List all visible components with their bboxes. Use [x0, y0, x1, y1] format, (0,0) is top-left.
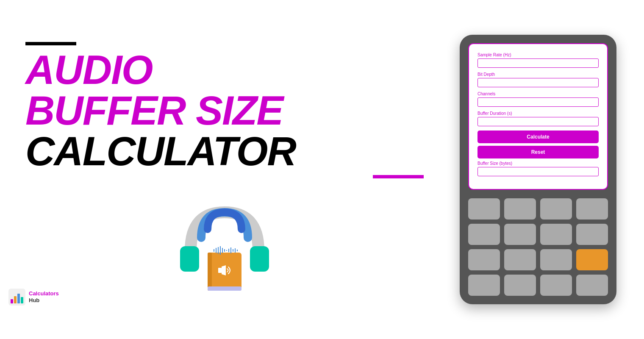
field-group-channels: Channels — [477, 92, 599, 107]
logo-icon — [8, 289, 25, 306]
logo: Calculators Hub — [8, 289, 59, 306]
fields-container: Sample Rate (Hz)Bit DepthChannelsBuffer … — [477, 53, 599, 126]
key-14[interactable] — [540, 275, 572, 296]
input-channels[interactable] — [477, 97, 599, 107]
key-6[interactable] — [540, 224, 572, 245]
svg-rect-24 — [21, 297, 23, 303]
svg-rect-22 — [14, 296, 17, 303]
title-line2: BUFFER SIZE — [25, 90, 424, 131]
illustration-area — [25, 191, 424, 297]
svg-rect-4 — [208, 286, 242, 291]
input-sample-rate[interactable] — [477, 58, 599, 68]
label-buffer-duration: Buffer Duration (s) — [477, 111, 599, 116]
calculator: Sample Rate (Hz)Bit DepthChannelsBuffer … — [460, 35, 616, 304]
right-section: Sample Rate (Hz)Bit DepthChannelsBuffer … — [449, 26, 627, 313]
svg-marker-6 — [222, 265, 226, 275]
svg-rect-3 — [208, 253, 212, 291]
top-bar-decoration — [25, 42, 76, 45]
key-12[interactable] — [468, 275, 500, 296]
svg-rect-5 — [218, 268, 222, 273]
key-10[interactable] — [540, 249, 572, 270]
key-9[interactable] — [504, 249, 536, 270]
svg-rect-23 — [17, 294, 20, 303]
svg-rect-1 — [250, 246, 269, 272]
label-channels: Channels — [477, 92, 599, 96]
output-field-group: Buffer Size (bytes) — [477, 161, 599, 176]
key-0[interactable] — [468, 198, 500, 220]
key-2[interactable] — [540, 198, 572, 220]
title-line1: AUDIO — [25, 50, 424, 90]
input-buffer-duration[interactable] — [477, 117, 599, 126]
buffer-size-output[interactable] — [477, 167, 599, 176]
key-15[interactable] — [576, 275, 608, 296]
title-line3: CALCULATOR — [25, 131, 424, 178]
key-1[interactable] — [504, 198, 536, 220]
label-sample-rate: Sample Rate (Hz) — [477, 53, 599, 57]
field-group-bit-depth: Bit Depth — [477, 72, 599, 87]
illustration-svg — [161, 191, 288, 297]
label-bit-depth: Bit Depth — [477, 72, 599, 77]
left-section: AUDIO BUFFER SIZE CALCULATOR — [0, 25, 449, 314]
input-bit-depth[interactable] — [477, 78, 599, 87]
key-8[interactable] — [468, 249, 500, 270]
key-4[interactable] — [468, 224, 500, 245]
logo-name: Calculators — [29, 290, 59, 297]
key-11[interactable] — [576, 249, 608, 270]
calculate-button[interactable]: Calculate — [477, 131, 599, 143]
calculator-screen: Sample Rate (Hz)Bit DepthChannelsBuffer … — [468, 43, 608, 190]
field-group-sample-rate: Sample Rate (Hz) — [477, 53, 599, 68]
logo-text: Calculators Hub — [29, 290, 59, 303]
reset-button[interactable]: Reset — [477, 146, 599, 158]
logo-name2: Hub — [29, 297, 59, 304]
key-5[interactable] — [504, 224, 536, 245]
svg-rect-21 — [11, 299, 13, 303]
output-label: Buffer Size (bytes) — [477, 161, 599, 166]
key-13[interactable] — [504, 275, 536, 296]
key-3[interactable] — [576, 198, 608, 220]
calculator-keypad — [468, 198, 608, 296]
field-group-buffer-duration: Buffer Duration (s) — [477, 111, 599, 126]
key-7[interactable] — [576, 224, 608, 245]
svg-rect-0 — [180, 246, 199, 272]
